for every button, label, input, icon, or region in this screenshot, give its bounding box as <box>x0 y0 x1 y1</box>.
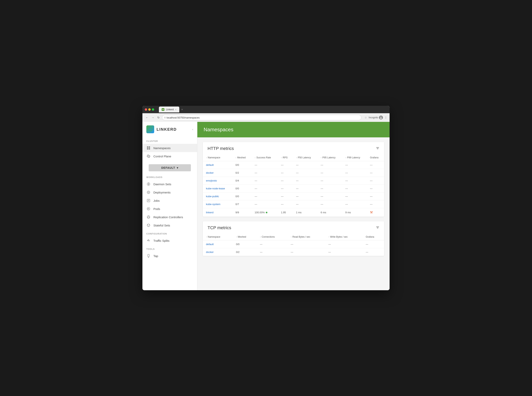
namespace-link[interactable]: default <box>206 163 214 166</box>
sidebar-item-replication-controllers[interactable]: Replication Controllers <box>142 213 197 221</box>
connections-cell: --- <box>257 240 288 248</box>
svg-point-28 <box>149 217 150 218</box>
url-text: localhost:50750/namespaces <box>167 116 199 119</box>
success-rate-cell: 100.00% <box>251 208 278 217</box>
bookmark-icon[interactable]: ☆ <box>364 116 367 119</box>
maximize-button[interactable] <box>152 108 154 111</box>
svg-marker-35 <box>147 240 148 241</box>
tcp-filter-icon[interactable] <box>376 226 379 230</box>
meshed-cell: 0/4 <box>232 177 251 185</box>
namespace-link[interactable]: kube-public <box>206 195 219 198</box>
p50-cell: 1 ms <box>293 208 318 217</box>
active-tab[interactable]: Linkerd × <box>159 107 179 112</box>
th-rps: ↑RPS <box>278 154 293 161</box>
replication-controllers-label: Replication Controllers <box>153 215 183 219</box>
meshed-cell: 0/0 <box>233 240 257 248</box>
grafana-icon[interactable]: ⚒ <box>370 211 373 214</box>
p50-cell: --- <box>293 200 318 208</box>
sidebar-item-tap[interactable]: Tap <box>142 252 197 260</box>
forward-button[interactable]: → <box>151 115 155 120</box>
sidebar-item-deployments[interactable]: Deployments <box>142 188 197 196</box>
traffic-splits-icon <box>146 239 151 243</box>
meshed-cell: 0/0 <box>232 192 251 200</box>
svg-point-29 <box>148 217 148 218</box>
grafana-cell: ⚒ <box>367 208 384 217</box>
rps-cell: --- <box>278 200 293 208</box>
deployments-label: Deployments <box>153 191 171 194</box>
sidebar-item-traffic-splits[interactable]: Traffic Splits <box>142 236 197 245</box>
meshed-cell: 0/2 <box>233 248 257 256</box>
namespace-selector[interactable]: DEFAULT ▾ <box>149 164 191 171</box>
p95-cell: 6 ms <box>318 208 342 217</box>
namespace-cell: docker <box>203 169 232 177</box>
logo-text: LINKERD <box>156 127 177 132</box>
grafana-cell: --- <box>367 169 384 177</box>
replication-controllers-icon <box>146 215 151 219</box>
rps-cell: --- <box>278 177 293 185</box>
namespace-cell: default <box>203 240 233 248</box>
nav-bar: ← → ↻ ℹ localhost:50750/namespaces ☆ Inc… <box>142 113 390 122</box>
sidebar-item-jobs[interactable]: Jobs <box>142 196 197 205</box>
namespace-link[interactable]: docker <box>206 171 214 174</box>
namespace-selector-label: DEFAULT <box>161 166 175 169</box>
meshed-cell: 0/2 <box>232 169 251 177</box>
success-rate-cell: --- <box>251 192 278 200</box>
new-tab-button[interactable]: + <box>180 108 184 111</box>
close-button[interactable] <box>145 108 147 111</box>
meshed-cell: 0/0 <box>232 161 251 169</box>
success-rate-cell: --- <box>251 177 278 185</box>
namespace-link[interactable]: linkerd <box>206 211 214 214</box>
sidebar-item-daemon-sets[interactable]: Daemon Sets <box>142 180 197 188</box>
tcp-th-read-bytes: ↑Read Bytes / sec <box>288 233 325 240</box>
app-layout: LINKERD ‹ CLUSTER Namespaces <box>142 122 390 290</box>
p50-cell: --- <box>293 185 318 192</box>
success-rate-cell: --- <box>251 169 278 177</box>
table-row: kube-public 0/0 --- --- --- --- --- --- <box>203 192 384 200</box>
main-content: Namespaces HTTP metrics <box>197 122 390 290</box>
svg-point-2 <box>380 118 382 119</box>
namespace-link[interactable]: kube-system <box>206 203 220 206</box>
page-title: Namespaces <box>204 127 383 133</box>
namespace-cell: default <box>203 161 232 169</box>
tap-icon <box>146 254 151 258</box>
back-button[interactable]: ← <box>145 115 149 120</box>
svg-point-27 <box>148 216 149 217</box>
p95-cell: --- <box>318 192 342 200</box>
table-row: docker 0/2 --- --- --- --- <box>203 248 384 256</box>
traffic-splits-label: Traffic Splits <box>153 239 169 242</box>
svg-point-32 <box>149 225 150 225</box>
sidebar-collapse-button[interactable]: ‹ <box>192 128 193 131</box>
namespace-link[interactable]: default <box>206 243 214 246</box>
traffic-lights <box>145 108 154 111</box>
sidebar-item-control-plane[interactable]: Control Plane <box>142 152 197 160</box>
tap-label: Tap <box>153 254 158 258</box>
stateful-sets-label: Stateful Sets <box>153 224 170 227</box>
namespace-cell: docker <box>203 248 233 256</box>
grafana-cell: --- <box>367 177 384 185</box>
namespace-link[interactable]: docker <box>206 250 214 254</box>
grafana-cell: --- <box>367 200 384 208</box>
namespace-link[interactable]: kube-node-lease <box>206 187 225 190</box>
sidebar-item-stateful-sets[interactable]: Stateful Sets <box>142 221 197 229</box>
table-row: kube-system 0/7 --- --- --- --- --- --- <box>203 200 384 208</box>
http-filter-icon[interactable] <box>376 146 379 151</box>
read-bytes-cell: --- <box>288 240 325 248</box>
daemon-sets-icon <box>146 182 151 186</box>
tab-title: Linkerd <box>166 108 173 111</box>
p99-cell: 9 ms <box>342 208 367 217</box>
sidebar-item-pods[interactable]: Pods <box>142 205 197 213</box>
rps-cell: --- <box>278 192 293 200</box>
svg-rect-3 <box>147 146 148 148</box>
p95-cell: --- <box>318 185 342 192</box>
table-row: default 0/0 --- --- --- --- --- --- <box>203 161 384 169</box>
svg-point-16 <box>148 192 149 193</box>
refresh-button[interactable]: ↻ <box>156 115 161 120</box>
sidebar-item-namespaces[interactable]: Namespaces <box>142 144 197 152</box>
workloads-section-label: WORKLOADS <box>142 173 197 180</box>
browser-menu-button[interactable]: ⋮ <box>384 116 387 119</box>
namespace-link[interactable]: emojivoto <box>206 179 217 182</box>
url-bar[interactable]: ℹ localhost:50750/namespaces <box>162 115 361 120</box>
http-metrics-header: HTTP metrics <box>203 142 384 154</box>
minimize-button[interactable] <box>148 108 151 111</box>
tab-close-button[interactable]: × <box>175 108 176 111</box>
